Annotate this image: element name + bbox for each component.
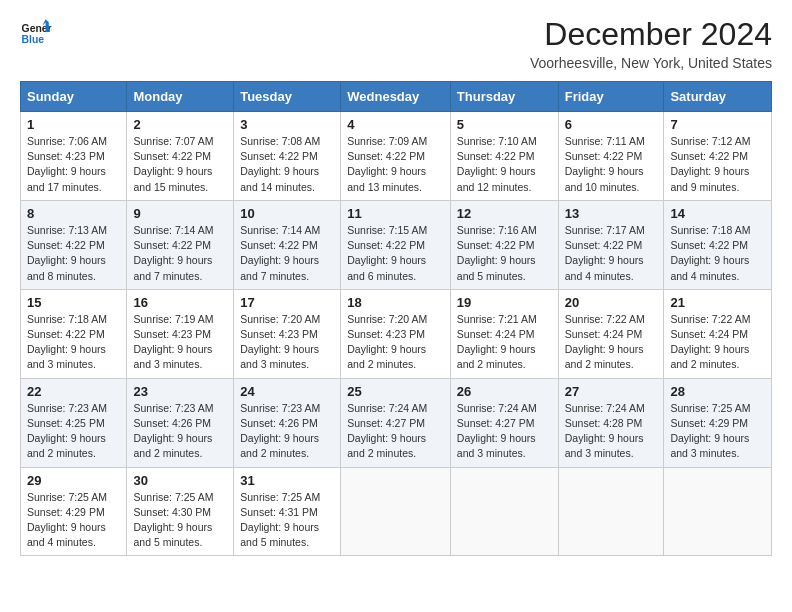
day-info: Sunrise: 7:19 AMSunset: 4:23 PMDaylight:… xyxy=(133,312,227,373)
day-info: Sunrise: 7:08 AMSunset: 4:22 PMDaylight:… xyxy=(240,134,334,195)
calendar-cell: 16Sunrise: 7:19 AMSunset: 4:23 PMDayligh… xyxy=(127,289,234,378)
calendar-cell: 21Sunrise: 7:22 AMSunset: 4:24 PMDayligh… xyxy=(664,289,772,378)
day-number: 6 xyxy=(565,117,658,132)
day-info: Sunrise: 7:11 AMSunset: 4:22 PMDaylight:… xyxy=(565,134,658,195)
day-number: 3 xyxy=(240,117,334,132)
day-number: 25 xyxy=(347,384,444,399)
weekday-header-saturday: Saturday xyxy=(664,82,772,112)
calendar-cell: 31Sunrise: 7:25 AMSunset: 4:31 PMDayligh… xyxy=(234,467,341,556)
month-title: December 2024 xyxy=(530,16,772,53)
day-info: Sunrise: 7:16 AMSunset: 4:22 PMDaylight:… xyxy=(457,223,552,284)
weekday-header-sunday: Sunday xyxy=(21,82,127,112)
day-info: Sunrise: 7:09 AMSunset: 4:22 PMDaylight:… xyxy=(347,134,444,195)
calendar-cell: 19Sunrise: 7:21 AMSunset: 4:24 PMDayligh… xyxy=(450,289,558,378)
day-number: 24 xyxy=(240,384,334,399)
day-info: Sunrise: 7:23 AMSunset: 4:26 PMDaylight:… xyxy=(240,401,334,462)
calendar-cell: 12Sunrise: 7:16 AMSunset: 4:22 PMDayligh… xyxy=(450,200,558,289)
calendar-cell: 25Sunrise: 7:24 AMSunset: 4:27 PMDayligh… xyxy=(341,378,451,467)
day-info: Sunrise: 7:23 AMSunset: 4:25 PMDaylight:… xyxy=(27,401,120,462)
calendar-cell xyxy=(558,467,664,556)
weekday-header-friday: Friday xyxy=(558,82,664,112)
calendar-cell: 13Sunrise: 7:17 AMSunset: 4:22 PMDayligh… xyxy=(558,200,664,289)
day-info: Sunrise: 7:23 AMSunset: 4:26 PMDaylight:… xyxy=(133,401,227,462)
calendar-cell xyxy=(450,467,558,556)
weekday-header-wednesday: Wednesday xyxy=(341,82,451,112)
svg-text:Blue: Blue xyxy=(22,34,45,45)
day-info: Sunrise: 7:12 AMSunset: 4:22 PMDaylight:… xyxy=(670,134,765,195)
day-info: Sunrise: 7:24 AMSunset: 4:27 PMDaylight:… xyxy=(457,401,552,462)
day-info: Sunrise: 7:14 AMSunset: 4:22 PMDaylight:… xyxy=(133,223,227,284)
day-info: Sunrise: 7:06 AMSunset: 4:23 PMDaylight:… xyxy=(27,134,120,195)
day-number: 27 xyxy=(565,384,658,399)
title-area: December 2024 Voorheesville, New York, U… xyxy=(530,16,772,71)
day-info: Sunrise: 7:20 AMSunset: 4:23 PMDaylight:… xyxy=(240,312,334,373)
day-number: 20 xyxy=(565,295,658,310)
day-info: Sunrise: 7:22 AMSunset: 4:24 PMDaylight:… xyxy=(565,312,658,373)
weekday-header-tuesday: Tuesday xyxy=(234,82,341,112)
day-info: Sunrise: 7:25 AMSunset: 4:29 PMDaylight:… xyxy=(27,490,120,551)
calendar-cell xyxy=(664,467,772,556)
day-number: 2 xyxy=(133,117,227,132)
calendar-cell: 22Sunrise: 7:23 AMSunset: 4:25 PMDayligh… xyxy=(21,378,127,467)
day-info: Sunrise: 7:13 AMSunset: 4:22 PMDaylight:… xyxy=(27,223,120,284)
calendar-cell: 1Sunrise: 7:06 AMSunset: 4:23 PMDaylight… xyxy=(21,112,127,201)
day-number: 15 xyxy=(27,295,120,310)
day-number: 12 xyxy=(457,206,552,221)
calendar-cell: 5Sunrise: 7:10 AMSunset: 4:22 PMDaylight… xyxy=(450,112,558,201)
calendar-cell: 4Sunrise: 7:09 AMSunset: 4:22 PMDaylight… xyxy=(341,112,451,201)
day-number: 16 xyxy=(133,295,227,310)
day-number: 13 xyxy=(565,206,658,221)
day-number: 23 xyxy=(133,384,227,399)
day-number: 10 xyxy=(240,206,334,221)
page-header: General Blue December 2024 Voorheesville… xyxy=(20,16,772,71)
calendar-cell: 23Sunrise: 7:23 AMSunset: 4:26 PMDayligh… xyxy=(127,378,234,467)
day-number: 17 xyxy=(240,295,334,310)
calendar-cell: 8Sunrise: 7:13 AMSunset: 4:22 PMDaylight… xyxy=(21,200,127,289)
day-info: Sunrise: 7:21 AMSunset: 4:24 PMDaylight:… xyxy=(457,312,552,373)
day-info: Sunrise: 7:25 AMSunset: 4:29 PMDaylight:… xyxy=(670,401,765,462)
logo-icon: General Blue xyxy=(20,16,52,48)
calendar-cell: 17Sunrise: 7:20 AMSunset: 4:23 PMDayligh… xyxy=(234,289,341,378)
day-info: Sunrise: 7:20 AMSunset: 4:23 PMDaylight:… xyxy=(347,312,444,373)
calendar-cell: 28Sunrise: 7:25 AMSunset: 4:29 PMDayligh… xyxy=(664,378,772,467)
day-number: 18 xyxy=(347,295,444,310)
day-number: 21 xyxy=(670,295,765,310)
day-number: 30 xyxy=(133,473,227,488)
day-number: 5 xyxy=(457,117,552,132)
weekday-header-row: SundayMondayTuesdayWednesdayThursdayFrid… xyxy=(21,82,772,112)
location-subtitle: Voorheesville, New York, United States xyxy=(530,55,772,71)
week-row-3: 15Sunrise: 7:18 AMSunset: 4:22 PMDayligh… xyxy=(21,289,772,378)
day-number: 26 xyxy=(457,384,552,399)
calendar-cell: 30Sunrise: 7:25 AMSunset: 4:30 PMDayligh… xyxy=(127,467,234,556)
week-row-5: 29Sunrise: 7:25 AMSunset: 4:29 PMDayligh… xyxy=(21,467,772,556)
week-row-4: 22Sunrise: 7:23 AMSunset: 4:25 PMDayligh… xyxy=(21,378,772,467)
calendar-cell xyxy=(341,467,451,556)
week-row-1: 1Sunrise: 7:06 AMSunset: 4:23 PMDaylight… xyxy=(21,112,772,201)
weekday-header-monday: Monday xyxy=(127,82,234,112)
calendar-cell: 14Sunrise: 7:18 AMSunset: 4:22 PMDayligh… xyxy=(664,200,772,289)
day-number: 9 xyxy=(133,206,227,221)
day-info: Sunrise: 7:25 AMSunset: 4:31 PMDaylight:… xyxy=(240,490,334,551)
weekday-header-thursday: Thursday xyxy=(450,82,558,112)
day-info: Sunrise: 7:14 AMSunset: 4:22 PMDaylight:… xyxy=(240,223,334,284)
day-info: Sunrise: 7:15 AMSunset: 4:22 PMDaylight:… xyxy=(347,223,444,284)
calendar-cell: 18Sunrise: 7:20 AMSunset: 4:23 PMDayligh… xyxy=(341,289,451,378)
day-info: Sunrise: 7:18 AMSunset: 4:22 PMDaylight:… xyxy=(670,223,765,284)
day-info: Sunrise: 7:24 AMSunset: 4:27 PMDaylight:… xyxy=(347,401,444,462)
day-info: Sunrise: 7:25 AMSunset: 4:30 PMDaylight:… xyxy=(133,490,227,551)
day-info: Sunrise: 7:24 AMSunset: 4:28 PMDaylight:… xyxy=(565,401,658,462)
day-info: Sunrise: 7:22 AMSunset: 4:24 PMDaylight:… xyxy=(670,312,765,373)
week-row-2: 8Sunrise: 7:13 AMSunset: 4:22 PMDaylight… xyxy=(21,200,772,289)
day-number: 7 xyxy=(670,117,765,132)
calendar-cell: 26Sunrise: 7:24 AMSunset: 4:27 PMDayligh… xyxy=(450,378,558,467)
calendar-cell: 10Sunrise: 7:14 AMSunset: 4:22 PMDayligh… xyxy=(234,200,341,289)
calendar-cell: 3Sunrise: 7:08 AMSunset: 4:22 PMDaylight… xyxy=(234,112,341,201)
calendar-cell: 11Sunrise: 7:15 AMSunset: 4:22 PMDayligh… xyxy=(341,200,451,289)
calendar-cell: 6Sunrise: 7:11 AMSunset: 4:22 PMDaylight… xyxy=(558,112,664,201)
calendar-cell: 7Sunrise: 7:12 AMSunset: 4:22 PMDaylight… xyxy=(664,112,772,201)
calendar-cell: 2Sunrise: 7:07 AMSunset: 4:22 PMDaylight… xyxy=(127,112,234,201)
day-number: 28 xyxy=(670,384,765,399)
calendar-cell: 29Sunrise: 7:25 AMSunset: 4:29 PMDayligh… xyxy=(21,467,127,556)
day-number: 4 xyxy=(347,117,444,132)
calendar-cell: 24Sunrise: 7:23 AMSunset: 4:26 PMDayligh… xyxy=(234,378,341,467)
